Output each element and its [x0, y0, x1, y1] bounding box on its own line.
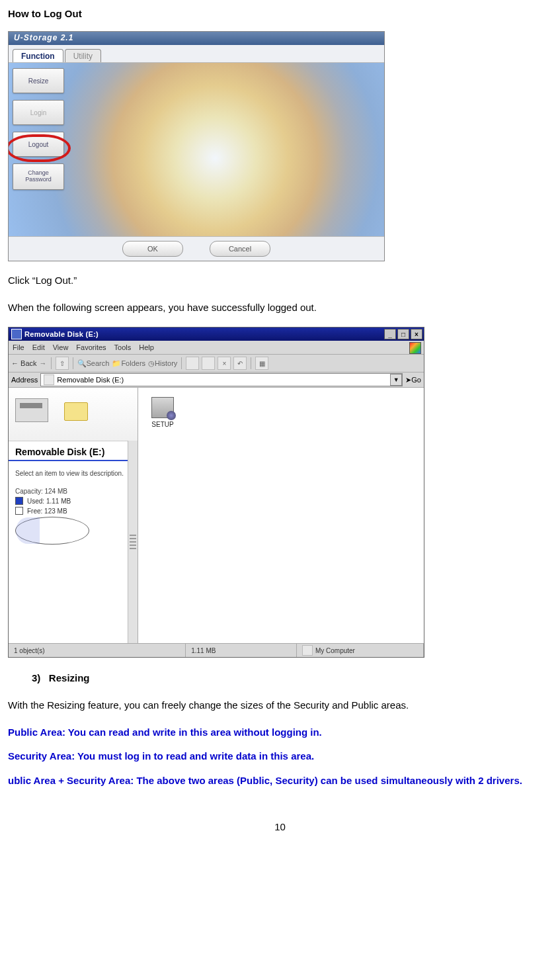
setup-file[interactable]: SETUP [151, 397, 174, 428]
toolbar-separator [181, 357, 182, 369]
heading-resizing: 3) Resizing [32, 672, 552, 683]
page-number: 10 [8, 821, 552, 832]
status-size: 1.11 MB [186, 644, 297, 657]
ustorage-bottom-bar: OK Cancel [9, 236, 384, 261]
free-row: Free: 123 MB [15, 507, 131, 515]
ustorage-body: Resize Login Logout Change Password [9, 63, 384, 236]
drive-graphic-icon [15, 398, 48, 422]
ustorage-titlebar: U-Storage 2.1 [9, 32, 384, 45]
explorer-title-text: Removable Disk (E:) [24, 330, 384, 338]
menu-file[interactable]: File [13, 343, 24, 351]
panel-scrollbar[interactable] [128, 441, 138, 643]
panel-info: Select an item to view its description. … [9, 461, 138, 547]
text-logout-success: When the following screen appears, you h… [8, 300, 552, 316]
panel-top-graphic [9, 388, 138, 441]
panel-description: Select an item to view its description. [15, 470, 131, 477]
text-public-area: Public Area: You can read and write in t… [8, 725, 552, 740]
close-button[interactable]: × [411, 329, 422, 339]
toolbar-separator [51, 357, 52, 369]
explorer-file-area: SETUP [138, 388, 424, 643]
text-security-area: Security Area: You must log in to read a… [8, 749, 552, 764]
figure-explorer-window: Removable Disk (E:) _ □ × File Edit View… [8, 327, 424, 658]
explorer-toolbar: ← Back → ⇧ 🔍Search 📁Folders ◷History × ↶… [9, 355, 424, 373]
toolbar-search[interactable]: 🔍Search [77, 359, 110, 368]
drive-icon [44, 374, 54, 385]
used-swatch-icon [15, 497, 23, 505]
minimize-button[interactable]: _ [384, 329, 396, 339]
up-icon[interactable]: ⇧ [56, 357, 69, 370]
toolbar-history[interactable]: ◷History [148, 359, 177, 368]
figure-ustorage-window: U-Storage 2.1 Function Utility Resize Lo… [8, 31, 385, 261]
change-password-button[interactable]: Change Password [13, 163, 64, 190]
setup-exe-icon [151, 397, 174, 418]
used-row: Used: 1.11 MB [15, 497, 131, 505]
free-text: Free: 123 MB [27, 507, 67, 515]
setup-label: SETUP [151, 421, 174, 428]
menu-help[interactable]: Help [139, 343, 154, 351]
toolbar-separator [251, 357, 251, 369]
address-dropdown[interactable]: ▼ [390, 374, 402, 386]
panel-title: Removable Disk (E:) [9, 441, 138, 461]
delete-icon[interactable]: × [218, 357, 231, 370]
explorer-titlebar: Removable Disk (E:) _ □ × [9, 328, 424, 341]
tab-utility[interactable]: Utility [65, 49, 101, 62]
explorer-left-panel: Removable Disk (E:) Select an item to vi… [9, 388, 138, 643]
tab-function[interactable]: Function [13, 49, 63, 62]
menu-tools[interactable]: Tools [114, 343, 132, 351]
move-to-icon[interactable] [186, 357, 199, 370]
windows-logo-icon [409, 342, 421, 354]
used-text: Used: 1.11 MB [27, 498, 71, 505]
toolbar-folders[interactable]: 📁Folders [112, 359, 145, 368]
resize-button[interactable]: Resize [13, 68, 64, 93]
address-value: Removable Disk (E:) [57, 376, 124, 384]
login-button[interactable]: Login [13, 100, 64, 125]
ustorage-sidebar: Resize Login Logout Change Password [9, 63, 71, 236]
address-label: Address [11, 376, 38, 384]
logout-button[interactable]: Logout [13, 132, 64, 157]
explorer-addressbar: Address Removable Disk (E:) ▼ ➤Go [9, 373, 424, 388]
undo-icon[interactable]: ↶ [233, 357, 247, 370]
address-field[interactable]: Removable Disk (E:) ▼ [40, 373, 403, 386]
heading-text: Resizing [49, 672, 90, 683]
menu-view[interactable]: View [53, 343, 69, 351]
text-resizing-intro: With the Resizing feature, you can freel… [8, 698, 552, 713]
disk-pie-chart [15, 517, 89, 545]
explorer-main: Removable Disk (E:) Select an item to vi… [9, 388, 424, 643]
my-computer-icon [302, 645, 313, 656]
status-objects: 1 object(s) [9, 644, 186, 657]
ok-button[interactable]: OK [122, 241, 183, 257]
maximize-button[interactable]: □ [397, 329, 409, 339]
free-swatch-icon [15, 507, 23, 515]
explorer-statusbar: 1 object(s) 1.11 MB My Computer [9, 643, 424, 657]
text-public-plus-security: ublic Area + Security Area: The above tw… [8, 773, 552, 789]
toolbar-forward[interactable]: → [40, 359, 47, 367]
capacity-text: Capacity: 124 MB [15, 488, 131, 495]
views-icon[interactable]: ▦ [255, 357, 268, 370]
menu-favorites[interactable]: Favorites [76, 343, 106, 351]
drive-icon [11, 329, 22, 339]
toolbar-back[interactable]: ← Back [11, 359, 37, 367]
text-click-logout: Click “Log Out.” [8, 273, 552, 288]
window-buttons: _ □ × [384, 329, 422, 339]
heading-how-to-log-out: How to Log Out [8, 8, 552, 19]
cancel-button[interactable]: Cancel [210, 241, 270, 257]
menu-edit[interactable]: Edit [32, 343, 45, 351]
copy-to-icon[interactable] [202, 357, 215, 370]
status-location: My Computer [297, 644, 424, 657]
folder-graphic-icon [64, 402, 88, 421]
ustorage-tabs: Function Utility [9, 45, 384, 63]
toolbar-separator [73, 357, 73, 369]
heading-number: 3) [32, 672, 40, 683]
go-button[interactable]: ➤Go [405, 376, 421, 384]
explorer-menubar: File Edit View Favorites Tools Help [9, 341, 424, 355]
